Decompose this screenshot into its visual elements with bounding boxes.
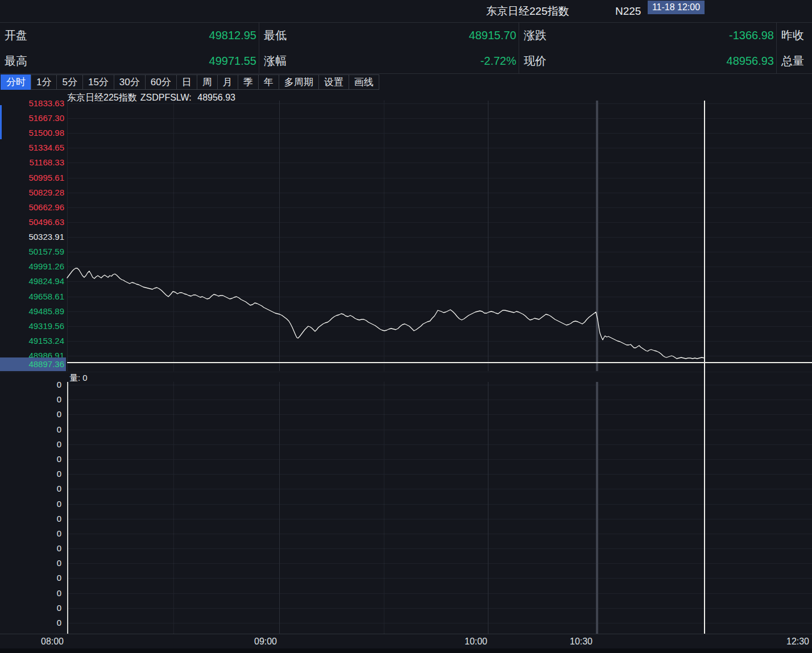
price-gridline-h [67,193,812,193]
change-pct-value: -2.72% [480,48,516,74]
open-value: 49812.95 [209,23,256,48]
price-gridline-h [67,297,812,297]
price-gridline-h [67,356,812,356]
volume-axis-line [67,382,68,634]
volume-tick-label: 0 [0,588,61,599]
trading-app-window: 东京日经225指数 N225 开盘 49812.95 最低 48915.70 涨… [0,0,812,653]
price-tick-label: 49824.94 [0,276,64,287]
volume-gridline-h [67,534,812,534]
price-tick-label: 49153.24 [0,335,64,347]
bottom-strip [0,648,812,653]
time-gridline-dotted [173,382,174,634]
tab-分时[interactable]: 分时 [1,74,31,90]
price-tick-label: 49319.56 [0,321,64,332]
price-tick-label: 50829.28 [0,187,64,198]
price-tick-label: 51667.30 [0,113,64,124]
volume-tick-label: 0 [0,513,61,525]
price-gridline-h [67,133,812,134]
time-gridline-solid [279,101,280,371]
price-tick-label: 49991.26 [0,261,64,272]
high-value: 49971.55 [209,48,256,74]
volume-legend: 量: 0 [69,373,88,384]
quote-cell-low: 最低 48915.70 [259,23,519,48]
tab-5分[interactable]: 5分 [56,74,82,90]
change-pct-label: 涨幅 [264,48,287,74]
current-price-line [67,362,812,363]
left-scroll-indicator[interactable] [0,105,2,139]
volume-tick-label: 0 [0,483,61,494]
price-gridline-h [67,326,812,327]
price-gridline-h [67,148,812,148]
price-gridline-h [67,252,812,252]
volume-gridline-h [67,459,812,460]
volume-tick-label: 0 [0,394,61,405]
time-gridline-dotted [384,101,384,371]
tab-周[interactable]: 周 [197,74,218,90]
change-label: 涨跌 [524,23,546,48]
price-tick-label: 50496.63 [0,217,64,228]
volume-tick-label: 0 [0,409,61,420]
volume-gridline-h [67,578,812,579]
tab-设置[interactable]: 设置 [318,74,349,90]
volume-gridline-h [67,489,812,489]
price-tick-label: 51334.65 [0,142,64,153]
current-time-axis-tag: 11-18 12:00 [648,1,705,14]
time-tick-label: 12:30 [786,634,809,649]
current-price-axis-tag: 48897.36 [0,357,66,371]
time-gridline-solid [488,101,488,371]
volume-gridline-h [67,608,812,609]
tab-60分[interactable]: 60分 [145,74,177,90]
quote-row-2: 最高 49971.55 涨幅 -2.72% 现价 48956.93 总量 [0,48,812,74]
tab-1分[interactable]: 1分 [31,74,57,90]
volume-gridline-h [67,519,812,519]
price-tick-label: 51833.63 [0,98,64,109]
quote-cell-volume: 总量 [776,48,812,74]
price-tick-label: 51168.33 [0,157,64,168]
tab-15分[interactable]: 15分 [82,74,114,90]
current-price-label: 现价 [524,48,546,74]
volume-gridline-h [67,474,812,475]
quote-cell-high: 最高 49971.55 [0,48,259,74]
tab-季[interactable]: 季 [238,74,259,90]
price-gridline-h [67,178,812,178]
low-label: 最低 [264,23,287,48]
tab-年[interactable]: 年 [258,74,279,90]
price-gridline-h [67,341,812,342]
time-tick-label: 10:30 [570,634,593,649]
price-tick-label: 49658.61 [0,291,64,302]
volume-tick-label: 0 [0,468,61,480]
current-time-line [704,101,705,635]
quote-row-1: 开盘 49812.95 最低 48915.70 涨跌 -1366.98 昨收 [0,23,812,48]
prev-close-label: 昨收 [781,23,804,48]
time-gridline-dotted [384,382,384,634]
volume-tick-label: 0 [0,602,61,614]
quote-cell-open: 开盘 49812.95 [0,23,259,48]
volume-tick-label: 0 [0,498,61,510]
volume-gridline-h [67,593,812,594]
quote-info-bar: 开盘 49812.95 最低 48915.70 涨跌 -1366.98 昨收 最… [0,23,812,74]
tab-日[interactable]: 日 [176,74,197,90]
low-value: 48915.70 [469,23,516,48]
tab-月[interactable]: 月 [217,74,238,90]
quote-cell-current: 现价 48956.93 [519,48,776,74]
change-value: -1366.98 [729,23,774,48]
price-gridline-h [67,118,812,119]
time-gridline-solid [488,382,488,634]
time-gridline-dotted [173,101,174,371]
tab-30分[interactable]: 30分 [114,74,146,90]
open-label: 开盘 [5,23,27,48]
volume-gridline-h [67,504,812,505]
volume-tick-label: 0 [0,572,61,584]
quote-cell-prev-close: 昨收 [776,23,812,48]
tab-多周期[interactable]: 多周期 [279,74,319,90]
high-label: 最高 [5,48,27,74]
volume-gridline-h [67,385,812,385]
tab-画线[interactable]: 画线 [349,74,379,90]
volume-gridline-h [67,623,812,623]
volume-tick-label: 0 [0,543,61,554]
quote-cell-change-pct: 涨幅 -2.72% [259,48,519,74]
chart-legend-value: 48956.93 [197,93,235,102]
volume-gridline-h [67,400,812,400]
instrument-title: 东京日经225指数 [486,0,569,23]
time-tick-label: 09:00 [254,634,277,649]
